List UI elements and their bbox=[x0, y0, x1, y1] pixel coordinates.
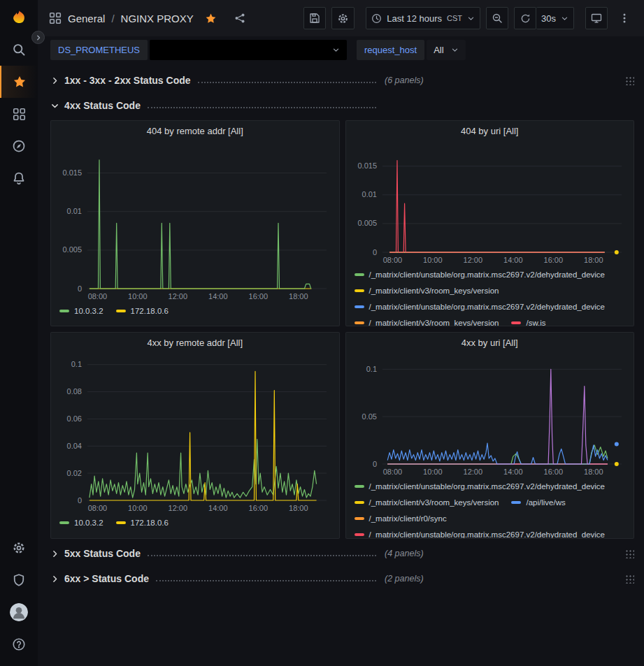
panel-title[interactable]: 4xx by uri [All] bbox=[346, 333, 634, 352]
row-header-1xx-3xx-2xx[interactable]: 1xx - 3xx - 2xx Status Code (6 panels) bbox=[50, 70, 634, 91]
legend-item[interactable]: /_matrix/client/v3/room_keys/version bbox=[355, 285, 499, 296]
variable-value-dropdown[interactable] bbox=[150, 40, 347, 60]
row-title-group: 6xx > Status Code bbox=[50, 573, 379, 584]
legend-item[interactable]: 10.0.3.2 bbox=[59, 305, 103, 317]
legend-item[interactable]: /api/live/ws bbox=[511, 497, 565, 508]
legend-item[interactable]: /_matrix/client/unstable/org.matrix.msc2… bbox=[355, 529, 606, 538]
svg-text:0.1: 0.1 bbox=[71, 360, 82, 368]
legend-item[interactable]: /_matrix/client/unstable/org.matrix.msc2… bbox=[355, 481, 606, 492]
timeseries-chart[interactable]: 00.0050.010.01508:0010:0012:0014:0016:00… bbox=[55, 140, 335, 303]
more-options-button[interactable] bbox=[613, 7, 636, 29]
sidebar-item-explore[interactable] bbox=[0, 130, 38, 162]
legend-item[interactable]: /_matrix/client/unstable/org.matrix.msc2… bbox=[355, 269, 606, 280]
dashboard-settings-button[interactable] bbox=[331, 7, 355, 29]
favorite-star-button[interactable] bbox=[200, 7, 222, 29]
legend-swatch bbox=[355, 289, 364, 292]
sidebar-item-alerting[interactable] bbox=[0, 162, 38, 194]
template-variables-row: DS_PROMETHEUS request_host All bbox=[38, 36, 644, 64]
variable-value-dropdown[interactable]: All bbox=[427, 40, 465, 60]
dashboard-body: 1xx - 3xx - 2xx Status Code (6 panels) 4… bbox=[38, 64, 644, 666]
legend-item[interactable]: /_matrix/client/r0/sync bbox=[355, 513, 447, 524]
svg-text:18:00: 18:00 bbox=[289, 504, 308, 512]
grafana-app: General / NGINX PROXY bbox=[0, 0, 644, 666]
legend-item[interactable]: 172.18.0.6 bbox=[116, 305, 169, 317]
row-dotted-filler bbox=[148, 555, 376, 556]
refresh-group: 30s bbox=[514, 7, 574, 29]
chevron-down-icon bbox=[561, 15, 568, 22]
legend-item[interactable]: 10.0.3.2 bbox=[59, 517, 103, 528]
panel-grid: 404 by remote addr [All] 00.0050.010.015… bbox=[50, 120, 634, 539]
legend-item[interactable]: /_matrix/client/v3/room_keys/version bbox=[355, 317, 499, 326]
row-header-5xx[interactable]: 5xx Status Code (4 panels) bbox=[50, 543, 634, 564]
chart-legend: /_matrix/client/unstable/org.matrix.msc2… bbox=[346, 266, 634, 326]
chart-legend: 10.0.3.2172.18.0.6 bbox=[51, 303, 339, 324]
svg-text:0: 0 bbox=[372, 460, 376, 468]
svg-text:0.005: 0.005 bbox=[62, 245, 82, 254]
legend-swatch bbox=[59, 521, 69, 524]
breadcrumb-dashboard-title[interactable]: NGINX PROXY bbox=[121, 13, 194, 24]
variable-label[interactable]: request_host bbox=[357, 40, 424, 60]
svg-text:08:00: 08:00 bbox=[88, 504, 108, 512]
svg-text:16:00: 16:00 bbox=[249, 292, 269, 301]
row-title-group: 5xx Status Code bbox=[50, 548, 379, 559]
sidebar-item-server-admin[interactable] bbox=[0, 564, 38, 596]
sidebar-expand-button[interactable] bbox=[31, 31, 45, 44]
legend-label: /_matrix/client/unstable/org.matrix.msc2… bbox=[369, 529, 606, 538]
sidebar-item-help[interactable] bbox=[0, 628, 38, 660]
row-header-4xx[interactable]: 4xx Status Code bbox=[50, 95, 634, 116]
top-navbar: General / NGINX PROXY bbox=[38, 0, 644, 36]
navbar-actions: Last 12 hours CST bbox=[303, 7, 636, 29]
legend-item[interactable]: /sw.js bbox=[511, 317, 545, 326]
sidebar-item-starred[interactable] bbox=[0, 66, 38, 98]
variable-value: All bbox=[434, 45, 443, 55]
chevron-right-icon bbox=[35, 34, 42, 41]
chevron-right-icon bbox=[50, 574, 59, 584]
chart-svg: 00.0050.010.01508:0010:0012:0014:0016:00… bbox=[55, 140, 335, 303]
svg-text:0.01: 0.01 bbox=[362, 190, 376, 198]
svg-text:0.015: 0.015 bbox=[357, 161, 377, 170]
svg-text:0.02: 0.02 bbox=[67, 469, 82, 477]
refresh-interval-dropdown[interactable]: 30s bbox=[536, 7, 574, 29]
panel-title[interactable]: 404 by remote addr [All] bbox=[51, 121, 339, 140]
legend-item[interactable]: /_matrix/client/unstable/org.matrix.msc2… bbox=[355, 301, 606, 312]
chevron-down-icon bbox=[467, 15, 475, 22]
legend-item[interactable]: 172.18.0.6 bbox=[116, 517, 169, 528]
legend-label: /_matrix/client/v3/room_keys/version bbox=[369, 285, 499, 296]
chevron-down-icon bbox=[50, 101, 59, 110]
dashboards-grid-icon bbox=[13, 108, 26, 121]
svg-text:12:00: 12:00 bbox=[169, 504, 188, 512]
variable-label[interactable]: DS_PROMETHEUS bbox=[50, 40, 148, 60]
sidebar-item-profile[interactable] bbox=[0, 596, 38, 628]
chevron-down-icon bbox=[451, 46, 459, 54]
timeseries-chart[interactable]: 00.020.040.060.080.108:0010:0012:0014:00… bbox=[55, 352, 335, 514]
legend-row: /_matrix/client/r0/sync bbox=[355, 513, 629, 524]
time-range-picker[interactable]: Last 12 hours CST bbox=[366, 7, 480, 29]
panel-title[interactable]: 404 by uri [All] bbox=[346, 121, 634, 140]
share-button[interactable] bbox=[229, 7, 251, 29]
refresh-button[interactable] bbox=[514, 7, 536, 29]
panel-title[interactable]: 4xx by remote addr [All] bbox=[51, 333, 339, 352]
cycle-view-mode-button[interactable] bbox=[585, 7, 608, 29]
sidebar-item-configuration[interactable] bbox=[0, 532, 38, 564]
chart-svg: 00.020.040.060.080.108:0010:0012:0014:00… bbox=[55, 352, 335, 514]
legend-swatch bbox=[355, 273, 364, 276]
svg-text:10:00: 10:00 bbox=[128, 292, 148, 301]
chart-legend: 10.0.3.2172.18.0.6 bbox=[51, 514, 339, 536]
sidebar-item-dashboards[interactable] bbox=[0, 98, 38, 130]
legend-label: /_matrix/client/unstable/org.matrix.msc2… bbox=[369, 301, 606, 312]
legend-label: 172.18.0.6 bbox=[131, 517, 169, 528]
row-drag-handle[interactable] bbox=[624, 574, 634, 584]
row-drag-handle[interactable] bbox=[624, 75, 634, 85]
time-range-label: Last 12 hours bbox=[387, 13, 442, 24]
zoom-out-button[interactable] bbox=[486, 7, 508, 29]
timeseries-chart[interactable]: 00.0050.010.01508:0010:0012:0014:0016:00… bbox=[350, 140, 630, 266]
legend-label: /_matrix/client/unstable/org.matrix.msc2… bbox=[369, 481, 606, 492]
row-header-6xx[interactable]: 6xx > Status Code (2 panels) bbox=[50, 568, 634, 589]
grafana-logo[interactable] bbox=[0, 3, 38, 34]
row-drag-handle[interactable] bbox=[624, 549, 634, 558]
legend-item[interactable]: /_matrix/client/v3/room_keys/version bbox=[355, 497, 499, 508]
save-dashboard-button[interactable] bbox=[303, 7, 326, 29]
breadcrumb-separator: / bbox=[111, 13, 114, 24]
breadcrumb-folder[interactable]: General bbox=[68, 13, 105, 24]
timeseries-chart[interactable]: 00.050.108:0010:0012:0014:0016:0018:00 bbox=[350, 352, 630, 478]
